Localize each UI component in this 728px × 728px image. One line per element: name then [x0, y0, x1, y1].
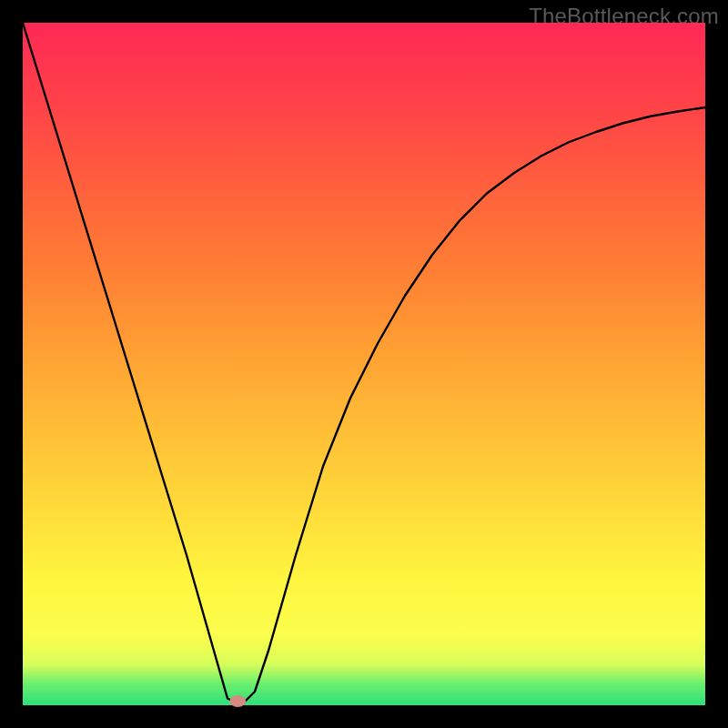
optimum-marker: [229, 695, 246, 707]
bottleneck-curve: [23, 23, 705, 705]
chart-frame: TheBottleneck.com: [0, 0, 728, 728]
curve-svg: [23, 23, 705, 705]
plot-area: [23, 23, 705, 705]
